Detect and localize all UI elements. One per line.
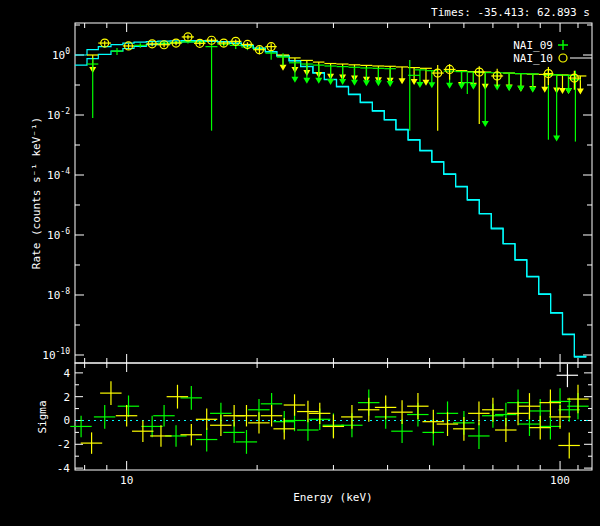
legend: NAI_09 NAI_10 <box>513 39 592 65</box>
nai10-upper-limit-arrowhead-icon <box>280 65 287 71</box>
nai10-upper-limit-arrowhead-icon <box>577 89 584 95</box>
sigma-tick-label: 0 <box>63 414 70 427</box>
nai10-upper-limit-arrowhead-icon <box>422 80 429 86</box>
sigma-tick-label: -4 <box>57 462 71 475</box>
y-tick-label: 10-2 <box>47 107 70 122</box>
y-tick-label: 10-10 <box>42 347 70 362</box>
nai09-upper-limit-arrowhead-icon <box>339 79 346 85</box>
x-axis-label: Energy (keV) <box>293 491 372 504</box>
nai09-upper-limit-arrowhead-icon <box>291 77 298 83</box>
nai09-upper-limit-arrowhead-icon <box>529 87 536 93</box>
legend-label-nai10: NAI_10 <box>513 52 553 65</box>
nai09-upper-limit-arrowhead-icon <box>565 88 572 94</box>
nai09-upper-limit-arrowhead-icon <box>303 78 310 84</box>
nai09-upper-limit-arrowhead-icon <box>517 86 524 92</box>
x-tick-label: 10 <box>120 474 133 487</box>
x-tick-label: 100 <box>550 474 570 487</box>
times-annotation: Times: -35.413: 62.893 s <box>431 6 590 19</box>
nai09-upper-limit-arrowhead-icon <box>506 85 513 91</box>
sigma-tick-label: -2 <box>57 438 70 451</box>
nai09-upper-limit-arrowhead-icon <box>458 83 465 89</box>
nai09-upper-limit-arrowhead-icon <box>327 79 334 85</box>
y-tick-label: 100 <box>52 47 70 62</box>
chart-layer: 1010010010-210-410-610-810-10-4-2024 <box>42 23 592 487</box>
y-tick-label: 10-8 <box>47 287 70 302</box>
nai09-upper-limit-arrowhead-icon <box>482 121 489 127</box>
nai09-upper-limit-arrowhead-icon <box>446 83 453 89</box>
nai09-upper-limit-arrowhead-icon <box>315 78 322 84</box>
y-tick-label: 10-6 <box>47 227 70 242</box>
nai09-upper-limit-arrowhead-icon <box>363 80 370 86</box>
legend-label-nai09: NAI_09 <box>513 39 553 52</box>
plot-window: 1010010010-210-410-610-810-10-4-2024 Tim… <box>0 0 600 526</box>
nai10-upper-limit-arrowhead-icon <box>559 88 566 94</box>
nai09-upper-limit-arrowhead-icon <box>428 82 435 88</box>
nai09-upper-limit-arrowhead-icon <box>553 136 560 142</box>
nai09-upper-limit-arrowhead-icon <box>387 81 394 87</box>
nai09-upper-limit-arrowhead-icon <box>416 82 423 88</box>
circle-marker-icon <box>559 54 567 62</box>
plus-marker-icon <box>558 40 568 50</box>
sigma-tick-label: 4 <box>63 367 70 380</box>
residual-y-axis-label: Sigma <box>36 400 49 433</box>
nai09-upper-limit-arrowhead-icon <box>470 84 477 90</box>
sigma-tick-label: 2 <box>63 391 70 404</box>
nai10-upper-limit-arrowhead-icon <box>399 78 406 84</box>
nai09-upper-limit-arrowhead-icon <box>375 80 382 86</box>
spectrum-plot: 1010010010-210-410-610-810-10-4-2024 Tim… <box>0 0 600 526</box>
nai10-upper-limit-arrowhead-icon <box>541 87 548 93</box>
nai09-upper-limit-arrowhead-icon <box>351 80 358 86</box>
y-tick-label: 10-4 <box>47 167 70 182</box>
main-y-axis-label: Rate (counts s⁻¹ keV⁻¹) <box>30 117 43 269</box>
